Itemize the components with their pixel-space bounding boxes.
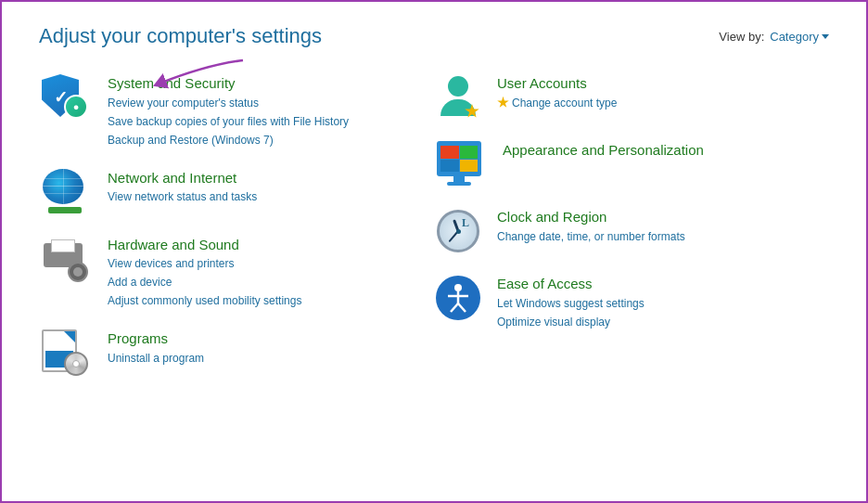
link-uninstall[interactable]: Uninstall a program	[108, 350, 204, 367]
ease-of-access-text: Ease of Access Let Windows suggest setti…	[497, 275, 645, 330]
system-security-text: System and Security Review your computer…	[108, 74, 349, 148]
network-internet-text: Network and Internet View network status…	[108, 169, 257, 206]
left-column: ✓ ● System and Security Review your comp…	[39, 74, 434, 376]
link-backup-restore[interactable]: Backup and Restore (Windows 7)	[108, 132, 349, 148]
clock-region-text: Clock and Region Change date, time, or n…	[497, 208, 685, 245]
main-content: ✓ ● System and Security Review your comp…	[39, 74, 829, 376]
user-accounts-text: User Accounts Change account type	[497, 74, 617, 111]
programs-title[interactable]: Programs	[108, 329, 204, 348]
hardware-sound-title[interactable]: Hardware and Sound	[108, 236, 301, 254]
view-by-label: View by:	[719, 30, 764, 44]
category-network-internet: Network and Internet View network status…	[39, 169, 434, 215]
hardware-sound-text: Hardware and Sound View devices and prin…	[108, 236, 301, 310]
svg-line-5	[458, 303, 466, 312]
hardware-sound-icon	[39, 236, 93, 282]
page-title: Adjust your computer's settings	[39, 24, 322, 48]
link-devices-printers[interactable]: View devices and printers	[108, 255, 301, 272]
appearance-text: Appearance and Personalization	[503, 141, 704, 160]
user-accounts-icon	[434, 74, 482, 121]
category-clock-region: L Clock and Region Change date, time, or…	[434, 208, 829, 254]
network-internet-title[interactable]: Network and Internet	[108, 169, 257, 187]
link-windows-suggest[interactable]: Let Windows suggest settings	[497, 295, 645, 312]
link-add-device[interactable]: Add a device	[108, 274, 301, 290]
shield-star-icon	[497, 97, 509, 109]
category-programs: Programs Uninstall a program	[39, 329, 434, 376]
header: Adjust your computer's settings View by:…	[39, 24, 829, 48]
link-change-account[interactable]: Change account type	[497, 95, 617, 111]
category-appearance: Appearance and Personalization	[434, 141, 829, 187]
category-ease-of-access: Ease of Access Let Windows suggest setti…	[434, 275, 829, 330]
link-network-status[interactable]: View network status and tasks	[108, 188, 257, 205]
ease-of-access-title[interactable]: Ease of Access	[497, 275, 645, 293]
system-security-title[interactable]: System and Security	[108, 74, 349, 93]
system-security-icon: ✓ ●	[39, 74, 93, 121]
appearance-icon	[434, 141, 488, 187]
user-accounts-title[interactable]: User Accounts	[497, 74, 617, 93]
clock-region-title[interactable]: Clock and Region	[497, 208, 685, 226]
link-file-history[interactable]: Save backup copies of your files with Fi…	[108, 113, 349, 130]
programs-text: Programs Uninstall a program	[108, 329, 204, 367]
ease-of-access-icon	[434, 275, 482, 321]
view-by-control: View by: Category	[719, 30, 829, 44]
category-system-security: ✓ ● System and Security Review your comp…	[39, 74, 434, 148]
clock-region-icon: L	[434, 208, 482, 254]
network-internet-icon	[39, 169, 93, 215]
view-by-value-text: Category	[770, 30, 819, 44]
link-date-time[interactable]: Change date, time, or number formats	[497, 228, 685, 245]
control-panel: Adjust your computer's settings View by:…	[2, 2, 866, 501]
svg-line-4	[451, 303, 458, 312]
view-by-dropdown[interactable]: Category	[770, 30, 829, 44]
link-optimize-visual[interactable]: Optimize visual display	[497, 314, 645, 330]
programs-icon	[39, 329, 93, 376]
link-review-status[interactable]: Review your computer's status	[108, 95, 349, 111]
appearance-title[interactable]: Appearance and Personalization	[503, 141, 704, 160]
accessibility-figure	[445, 283, 471, 313]
link-mobility-settings[interactable]: Adjust commonly used mobility settings	[108, 292, 301, 309]
svg-point-1	[454, 284, 462, 291]
right-column: User Accounts Change account type	[434, 74, 829, 376]
category-user-accounts: User Accounts Change account type	[434, 74, 829, 121]
category-hardware-sound: Hardware and Sound View devices and prin…	[39, 236, 434, 310]
dropdown-arrow-icon	[822, 34, 829, 39]
